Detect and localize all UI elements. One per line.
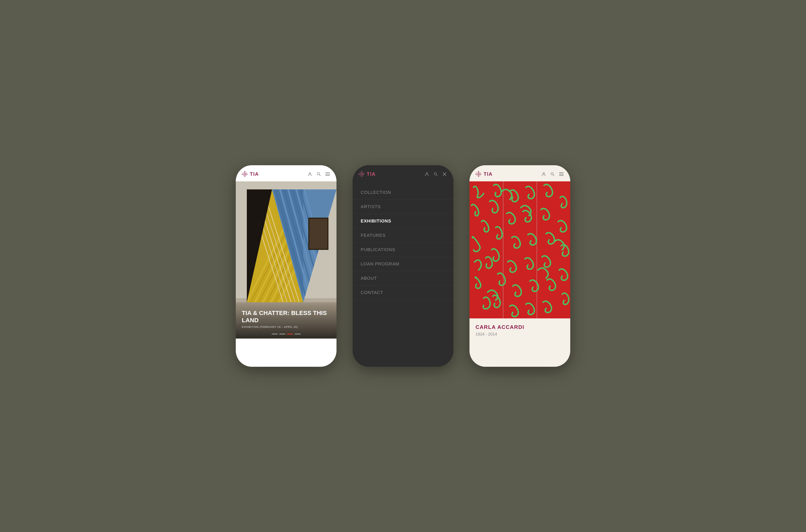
svg-rect-2 [245,173,245,174]
menu-item-artists[interactable]: ARTISTS [353,200,453,214]
logo-left[interactable]: TIA [242,171,259,177]
menu-item-features[interactable]: FEATURES [353,228,453,243]
person-icon-middle[interactable] [424,171,429,177]
svg-rect-4 [245,176,245,177]
artwork-image [469,182,570,318]
svg-rect-10 [246,172,247,173]
svg-rect-57 [361,176,362,177]
svg-line-86 [553,175,555,176]
svg-rect-51 [309,218,327,249]
caption-title: TIA & CHATTER: BLESS THIS LAND [242,309,330,324]
svg-rect-73 [478,173,479,174]
header-right: TIA [469,165,570,182]
svg-rect-5 [242,174,243,174]
svg-rect-60 [362,174,363,174]
svg-rect-52 [247,189,247,303]
phones-container: TIA [236,165,570,367]
caption-overlay: TIA & CHATTER: BLESS THIS LAND EXHIBITIO… [236,303,337,339]
svg-rect-3 [245,175,245,175]
svg-rect-58 [359,174,360,174]
svg-rect-54 [361,172,362,173]
header-icons-middle [424,171,447,177]
svg-line-15 [319,175,321,176]
menu-item-exhibitions[interactable]: EXHIBITIONS [353,214,453,228]
close-icon-middle[interactable] [442,171,447,177]
caption-sub: EXHIBITION (FEBRUARY 24 – APRIL 20) [242,325,330,328]
svg-point-85 [551,172,553,175]
svg-rect-61 [364,174,364,174]
svg-rect-74 [478,175,479,175]
gallery-background: TIA & CHATTER: BLESS THIS LAND EXHIBITIO… [236,182,337,339]
svg-point-14 [317,172,320,175]
artist-years: 1924 - 2014 [476,332,564,337]
svg-rect-71 [478,171,479,172]
dot-3-active[interactable] [287,334,293,335]
artwork-caption: CARLA ACCARDI 1924 - 2014 [469,318,570,343]
search-icon-middle[interactable] [433,171,439,177]
logo-text-left: TIA [250,171,259,177]
logo-middle[interactable]: TIA [359,171,376,177]
dot-4[interactable] [294,334,301,335]
svg-rect-8 [247,174,247,174]
svg-rect-77 [477,174,478,174]
svg-rect-72 [478,172,479,173]
svg-rect-11 [243,175,244,176]
svg-rect-6 [243,174,244,174]
dot-2[interactable] [279,334,285,335]
svg-rect-59 [360,174,361,174]
menu-item-publications[interactable]: PUBLICATIONS [353,243,453,257]
menu-item-contact[interactable]: CONTACT [353,286,453,300]
svg-rect-1 [245,172,245,173]
menu-item-loan-program[interactable]: LOAN PROGRAM [353,257,453,271]
phone-right: TIA [469,165,570,367]
svg-rect-63 [363,172,364,173]
header-left: TIA [236,165,337,182]
svg-rect-81 [480,172,480,173]
phone-left: TIA [236,165,337,367]
menu-icon-right[interactable] [559,171,564,177]
svg-rect-7 [245,174,246,174]
svg-rect-9 [243,172,244,173]
search-icon-right[interactable] [550,171,555,177]
svg-rect-65 [363,175,364,176]
svg-rect-79 [480,174,481,174]
svg-point-66 [426,172,427,174]
dots-indicator [272,334,301,335]
svg-rect-0 [245,171,245,172]
menu-list: COLLECTION ARTISTS EXHIBITIONS FEATURES … [353,182,453,304]
header-icons-right [541,171,564,177]
svg-rect-62 [360,172,361,173]
person-icon-left[interactable] [307,171,313,177]
tia-logo-icon-right [476,171,482,177]
logo-text-right: TIA [484,171,493,177]
menu-item-about[interactable]: ABOUT [353,271,453,286]
svg-rect-82 [477,175,478,176]
phone-middle: TIA [353,165,453,367]
header-icons-left [307,171,330,177]
svg-rect-76 [476,174,476,174]
logo-text-middle: TIA [367,171,376,177]
gallery-image-area: TIA & CHATTER: BLESS THIS LAND EXHIBITIO… [236,182,337,339]
menu-item-collection[interactable]: COLLECTION [353,185,453,200]
svg-rect-64 [360,175,361,176]
person-icon-right[interactable] [541,171,546,177]
dot-1[interactable] [272,334,278,335]
tia-logo-icon-left [242,171,248,177]
svg-rect-78 [479,174,480,174]
svg-rect-56 [361,175,362,175]
search-icon-left[interactable] [316,171,322,177]
svg-point-13 [309,172,311,174]
tia-logo-icon-middle [359,171,365,177]
svg-rect-55 [361,173,362,174]
svg-line-68 [436,175,438,176]
menu-icon-left[interactable] [325,171,330,177]
svg-point-84 [543,172,544,174]
svg-rect-75 [478,176,479,177]
svg-point-67 [434,172,437,175]
logo-right[interactable]: TIA [476,171,493,177]
artist-name: CARLA ACCARDI [476,324,564,330]
svg-rect-53 [361,171,362,172]
svg-rect-12 [246,175,247,176]
header-middle: TIA [353,165,453,182]
svg-rect-83 [480,175,480,176]
